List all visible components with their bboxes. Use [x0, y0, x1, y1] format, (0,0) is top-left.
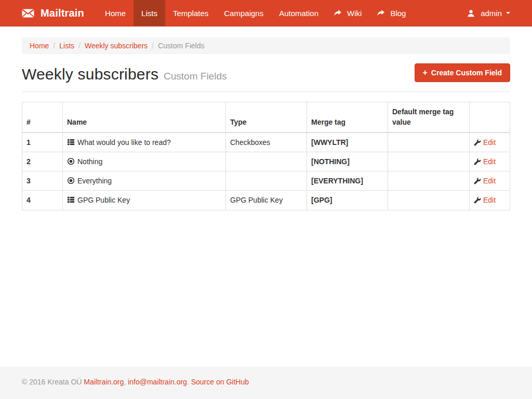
- actions-cell: Edit: [470, 152, 510, 171]
- merge-tag-cell: [GPG]: [307, 191, 388, 210]
- field-type-cell: [226, 152, 307, 171]
- row-number-cell: 2: [22, 152, 63, 171]
- nav-item-label: Lists: [141, 9, 157, 18]
- footer: © 2016 Kreata OÜ Mailtrain.org, info@mai…: [0, 367, 532, 399]
- nav-item-campaigns[interactable]: Campaigns: [216, 0, 271, 26]
- merge-tag-value: [EVERYTHING]: [311, 177, 363, 185]
- nav-item-lists[interactable]: Lists: [134, 0, 165, 26]
- create-custom-field-button[interactable]: + Create Custom Field: [415, 63, 510, 82]
- page-title: Weekly subscribers: [22, 65, 158, 83]
- edit-link[interactable]: Edit: [483, 196, 496, 204]
- th-list-icon: [67, 138, 75, 146]
- edit-link[interactable]: Edit: [483, 177, 496, 185]
- nav-item-automation[interactable]: Automation: [271, 0, 326, 26]
- field-name-cell: GPG Public Key: [63, 191, 226, 210]
- field-name-cell: Everything: [63, 171, 226, 191]
- column-header: Name: [63, 102, 226, 132]
- field-type-cell: GPG Public Key: [226, 191, 307, 210]
- github-source-link[interactable]: Source on GitHub: [191, 378, 249, 386]
- header-divider: [22, 91, 510, 92]
- field-name-label: What would you like to read?: [77, 138, 171, 147]
- envelope-icon: [22, 9, 34, 18]
- record-icon: [67, 177, 75, 184]
- actions-cell: Edit: [470, 171, 510, 191]
- field-name-label: Nothing: [77, 157, 102, 166]
- page-header: Weekly subscribers Custom Fields + Creat…: [22, 65, 510, 83]
- breadcrumb-link-lists[interactable]: Lists: [59, 42, 74, 50]
- wrench-icon: [474, 196, 481, 204]
- row-number-cell: 1: [22, 132, 63, 152]
- table-header: #NameTypeMerge tagDefault merge tag valu…: [22, 102, 510, 132]
- table-row: 2Nothing[NOTHING]Edit: [22, 152, 510, 171]
- nav-item-label: Templates: [173, 9, 208, 18]
- field-name-label: GPG Public Key: [77, 196, 130, 204]
- user-icon: [467, 9, 475, 17]
- plus-icon: +: [423, 69, 428, 77]
- column-header: Type: [226, 102, 307, 132]
- share-icon: [377, 10, 384, 16]
- field-type-cell: [226, 171, 307, 191]
- user-label: admin: [481, 9, 502, 18]
- breadcrumb-current: Custom Fields: [158, 42, 204, 50]
- share-icon: [334, 10, 341, 16]
- nav-item-blog[interactable]: Blog: [369, 0, 414, 26]
- column-header: #: [22, 102, 63, 132]
- wrench-icon: [474, 158, 481, 165]
- nav-item-wiki[interactable]: Wiki: [326, 0, 369, 26]
- nav-item-label: Home: [105, 9, 126, 18]
- nav-item-label: Automation: [279, 9, 318, 18]
- info-email-link[interactable]: info@mailtrain.org: [128, 378, 187, 386]
- merge-tag-value: [GPG]: [311, 196, 332, 204]
- column-header: [470, 102, 510, 132]
- merge-tag-cell: [WWYLTR]: [307, 132, 388, 152]
- nav-item-home[interactable]: Home: [97, 0, 134, 26]
- chevron-down-icon: [506, 12, 510, 14]
- edit-link[interactable]: Edit: [483, 138, 496, 147]
- custom-fields-table: #NameTypeMerge tagDefault merge tag valu…: [22, 102, 510, 210]
- edit-link[interactable]: Edit: [483, 157, 496, 166]
- brand-label: Mailtrain: [41, 7, 84, 19]
- table-row: 3Everything[EVERYTHING]Edit: [22, 171, 510, 191]
- column-header: Merge tag: [307, 102, 388, 132]
- breadcrumb: HomeListsWeekly subscribersCustom Fields: [22, 37, 510, 54]
- default-merge-tag-value-cell: [388, 171, 470, 191]
- create-custom-field-label: Create Custom Field: [431, 69, 502, 77]
- nav-item-templates[interactable]: Templates: [165, 0, 216, 26]
- default-merge-tag-value-cell: [388, 152, 470, 171]
- main-nav: HomeListsTemplatesCampaignsAutomationWik…: [97, 0, 414, 26]
- th-list-icon: [67, 196, 75, 204]
- nav-item-label: Wiki: [347, 9, 362, 18]
- default-merge-tag-value-cell: [388, 191, 470, 210]
- actions-cell: Edit: [470, 191, 510, 210]
- row-number-cell: 3: [22, 171, 63, 191]
- user-menu[interactable]: admin: [459, 9, 518, 18]
- default-merge-tag-value-cell: [388, 132, 470, 152]
- breadcrumb-link-weekly-subscribers[interactable]: Weekly subscribers: [85, 42, 148, 50]
- nav-item-label: Blog: [390, 9, 406, 18]
- table-row: 1What would you like to read?Checkboxes[…: [22, 132, 510, 152]
- breadcrumb-link-home[interactable]: Home: [30, 42, 49, 50]
- field-name-cell: What would you like to read?: [63, 132, 226, 152]
- navbar: Mailtrain HomeListsTemplatesCampaignsAut…: [0, 0, 532, 26]
- footer-text: © 2016 Kreata OÜ Mailtrain.org, info@mai…: [22, 378, 510, 386]
- record-icon: [67, 157, 75, 165]
- merge-tag-cell: [NOTHING]: [307, 152, 388, 171]
- table-row: 4GPG Public KeyGPG Public Key[GPG]Edit: [22, 191, 510, 210]
- field-type-cell: Checkboxes: [226, 132, 307, 152]
- merge-tag-cell: [EVERYTHING]: [307, 171, 388, 191]
- mailtrain-org-link[interactable]: Mailtrain.org: [84, 378, 124, 386]
- merge-tag-value: [WWYLTR]: [311, 138, 348, 147]
- wrench-icon: [474, 139, 481, 146]
- wrench-icon: [474, 177, 481, 184]
- merge-tag-value: [NOTHING]: [311, 157, 350, 166]
- field-name-cell: Nothing: [63, 152, 226, 171]
- nav-item-label: Campaigns: [224, 9, 263, 18]
- row-number-cell: 4: [22, 191, 63, 210]
- brand-link[interactable]: Mailtrain: [14, 0, 92, 26]
- field-name-label: Everything: [77, 177, 112, 185]
- page-subtitle: Custom Fields: [164, 71, 227, 82]
- column-header: Default merge tag value: [388, 102, 470, 132]
- actions-cell: Edit: [470, 132, 510, 152]
